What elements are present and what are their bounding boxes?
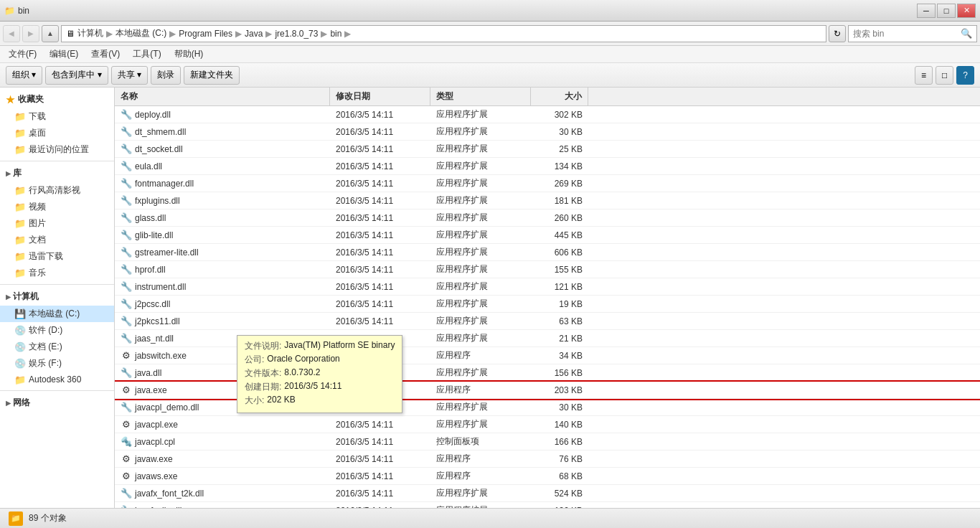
up-button[interactable]: ▲ (42, 25, 59, 42)
preview-button[interactable]: □ (936, 66, 953, 85)
minimize-button[interactable]: ─ (917, 4, 936, 18)
maximize-button[interactable]: □ (937, 4, 956, 18)
forward-button[interactable]: ▶ (22, 25, 39, 42)
table-row[interactable]: 🔧 fontmanager.dll 2016/3/5 14:11 应用程序扩展 … (115, 175, 980, 192)
expand-icon2: ▶ (6, 293, 11, 301)
sidebar-item-desktop[interactable]: 📁 桌面 (0, 125, 114, 141)
table-row[interactable]: 🔧 javafx_font_t2k.dll 2016/3/5 14:11 应用程… (115, 485, 980, 502)
include-label: 包含到库中 ▾ (52, 69, 101, 81)
table-row[interactable]: 🔧 j2pkcs11.dll 2016/3/5 14:11 应用程序扩展 63 … (115, 313, 980, 330)
table-row[interactable]: 🔧 instrument.dll 2016/3/5 14:11 应用程序扩展 1… (115, 278, 980, 296)
sidebar-item-video[interactable]: 📁 视频 (0, 199, 114, 215)
thunder-label: 迅雷下载 (29, 250, 63, 263)
file-icon: 🔧 (121, 333, 132, 344)
file-name: 🔧 hprof.dll (115, 263, 330, 276)
organize-label: 组织 ▾ (12, 69, 36, 81)
favorites-label: 收藏夹 (18, 93, 44, 105)
folder-icon: 📁 (14, 268, 26, 279)
table-row[interactable]: 🔧 deploy.dll 2016/3/5 14:11 应用程序扩展 302 K… (115, 106, 980, 123)
file-list-header: 名称 修改日期 类型 大小 (115, 88, 980, 106)
sidebar-item-c-drive[interactable]: 💾 本地磁盘 (C:) (0, 306, 114, 322)
share-button[interactable]: 共享 ▾ (111, 66, 148, 85)
sidebar-item-autodesk[interactable]: 📁 Autodesk 360 (0, 372, 114, 387)
search-box[interactable]: 🔍 (848, 25, 977, 42)
column-type[interactable]: 类型 (430, 88, 531, 105)
folder-icon: 📁 (14, 128, 26, 139)
search-input[interactable] (853, 29, 953, 39)
video-label: 视频 (29, 201, 46, 213)
column-name[interactable]: 名称 (115, 88, 330, 105)
view-toggle-button[interactable]: ≡ (915, 66, 933, 85)
network-header[interactable]: ▶ 网络 (0, 394, 114, 412)
table-row[interactable]: 🔩 javacpl.cpl 2016/3/5 14:11 控制面板项 166 K… (115, 433, 980, 451)
file-date: 2016/3/5 14:11 (330, 316, 430, 327)
menu-view[interactable]: 查看(V) (85, 47, 126, 62)
close-button[interactable]: ✕ (957, 4, 976, 18)
file-name: ⚙ javaws.exe (115, 470, 330, 483)
file-date: 2016/3/5 14:11 (330, 109, 430, 121)
sidebar-item-download[interactable]: 📁 下载 (0, 108, 114, 125)
table-row[interactable]: 🔧 javafx_iio.dll 2016/3/5 14:11 应用程序扩展 1… (115, 502, 980, 508)
back-button[interactable]: ◀ (3, 25, 20, 42)
menu-tools[interactable]: 工具(T) (127, 47, 166, 62)
sidebar-item-e-drive[interactable]: 💿 文档 (E:) (0, 339, 114, 355)
star-icon: ★ (6, 94, 15, 105)
computer-header[interactable]: ▶ 计算机 (0, 288, 114, 306)
help-button[interactable]: ? (956, 66, 974, 85)
docs-label: 文档 (29, 234, 46, 246)
sidebar-item-video2[interactable]: 📁 行风高清影视 (0, 182, 114, 199)
burn-button[interactable]: 刻录 (151, 66, 181, 85)
organize-button[interactable]: 组织 ▾ (6, 66, 42, 85)
table-row[interactable]: 🔧 glass.dll 2016/3/5 14:11 应用程序扩展 260 KB (115, 209, 980, 227)
refresh-button[interactable]: ↻ (829, 25, 846, 42)
new-folder-button[interactable]: 新建文件夹 (184, 66, 240, 85)
file-icon: 🔧 (121, 178, 132, 189)
address-path[interactable]: 🖥 计算机 ▶ 本地磁盘 (C:) ▶ Program Files ▶ Java… (61, 25, 826, 42)
sidebar-item-f-drive[interactable]: 💿 娱乐 (F:) (0, 355, 114, 372)
table-row[interactable]: 🔧 dt_shmem.dll 2016/3/5 14:11 应用程序扩展 30 … (115, 123, 980, 141)
sidebar-item-pictures[interactable]: 📁 图片 (0, 215, 114, 232)
file-type: 应用程序扩展 (430, 314, 531, 328)
table-row[interactable]: ⚙ javacpl.exe 2016/3/5 14:11 应用程序扩展 140 … (115, 416, 980, 433)
file-size: 445 KB (531, 230, 588, 241)
sidebar-item-thunder[interactable]: 📁 迅雷下载 (0, 248, 114, 265)
table-row[interactable]: 🔧 eula.dll 2016/3/5 14:11 应用程序扩展 134 KB (115, 158, 980, 175)
menu-help[interactable]: 帮助(H) (169, 47, 209, 62)
library-header[interactable]: ▶ 库 (0, 164, 114, 182)
include-library-button[interactable]: 包含到库中 ▾ (45, 66, 108, 85)
sidebar-item-d-drive[interactable]: 💿 软件 (D:) (0, 322, 114, 339)
drive-icon2: 💿 (14, 325, 26, 336)
file-type: 应用程序 (430, 383, 531, 397)
file-size: 30 KB (531, 126, 588, 138)
sidebar-item-docs[interactable]: 📁 文档 (0, 232, 114, 248)
file-date: 2016/3/5 14:11 (330, 419, 430, 430)
table-row[interactable]: 🔧 gstreamer-lite.dll 2016/3/5 14:11 应用程序… (115, 244, 980, 261)
folder-icon: 📁 (14, 144, 26, 156)
table-row[interactable]: ⚙ javaw.exe 2016/3/5 14:11 应用程序 76 KB (115, 451, 980, 468)
file-name: 🔧 gstreamer-lite.dll (115, 246, 330, 259)
folder-icon: 📁 (4, 6, 15, 16)
menu-edit[interactable]: 编辑(E) (44, 47, 84, 62)
new-folder-label: 新建文件夹 (190, 69, 233, 81)
computer-section: ▶ 计算机 💾 本地磁盘 (C:) 💿 软件 (D:) 💿 文档 (E:) 💿 … (0, 288, 114, 387)
menu-file[interactable]: 文件(F) (3, 47, 42, 62)
sidebar-item-music[interactable]: 📁 音乐 (0, 265, 114, 281)
table-row[interactable]: ⚙ javaws.exe 2016/3/5 14:11 应用程序 68 KB (115, 468, 980, 485)
file-icon: 🔧 (121, 281, 132, 293)
file-icon: 🔧 (121, 212, 132, 224)
file-name: 🔧 fxplugins.dll (115, 194, 330, 207)
file-type: 应用程序扩展 (430, 400, 531, 414)
table-row[interactable]: 🔧 j2pcsc.dll 2016/3/5 14:11 应用程序扩展 19 KB (115, 296, 980, 313)
table-row[interactable]: 🔧 hprof.dll 2016/3/5 14:11 应用程序扩展 155 KB (115, 261, 980, 278)
path-jre: jre1.8.0_73 (275, 29, 318, 39)
file-type: 应用程序扩展 (430, 142, 531, 156)
sidebar-item-recent[interactable]: 📁 最近访问的位置 (0, 141, 114, 158)
column-size[interactable]: 大小 (531, 88, 588, 105)
file-type: 应用程序扩展 (430, 504, 531, 508)
table-row[interactable]: 🔧 fxplugins.dll 2016/3/5 14:11 应用程序扩展 18… (115, 192, 980, 209)
table-row[interactable]: 🔧 glib-lite.dll 2016/3/5 14:11 应用程序扩展 44… (115, 227, 980, 244)
table-row[interactable]: 🔧 dt_socket.dll 2016/3/5 14:11 应用程序扩展 25… (115, 141, 980, 158)
file-date: 2016/3/5 14:11 (330, 143, 430, 155)
favorites-header[interactable]: ★ 收藏夹 (0, 90, 114, 108)
column-date[interactable]: 修改日期 (330, 88, 430, 105)
